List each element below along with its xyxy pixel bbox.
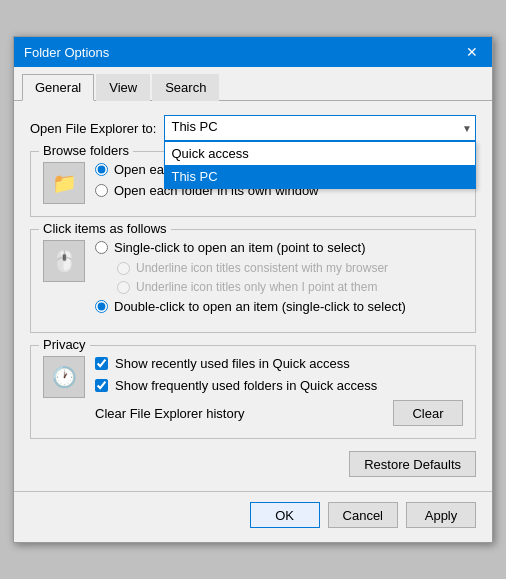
restore-defaults-row: Restore Defaults: [30, 451, 476, 477]
privacy-legend: Privacy: [39, 337, 90, 352]
same-window-radio[interactable]: [95, 163, 108, 176]
double-click-label: Double-click to open an item (single-cli…: [114, 299, 406, 314]
double-click-radio[interactable]: [95, 300, 108, 313]
recent-files-row: Show recently used files in Quick access: [95, 356, 463, 371]
dialog-content: Open File Explorer to: This PC ▼ Quick a…: [14, 101, 492, 491]
click-items-content: 🖱️ Single-click to open an item (point t…: [43, 240, 463, 320]
double-click-row: Double-click to open an item (single-cli…: [95, 299, 463, 314]
open-explorer-row: Open File Explorer to: This PC ▼ Quick a…: [30, 115, 476, 141]
dialog-footer: OK Cancel Apply: [14, 491, 492, 542]
frequent-folders-checkbox[interactable]: [95, 379, 108, 392]
folder-options-dialog: Folder Options ✕ General View Search Ope…: [13, 36, 493, 543]
browse-folders-legend: Browse folders: [39, 143, 133, 158]
frequent-folders-label: Show frequently used folders in Quick ac…: [115, 378, 377, 393]
click-items-radios: Single-click to open an item (point to s…: [95, 240, 463, 320]
dialog-title: Folder Options: [24, 45, 109, 60]
underline-browser-radio: [117, 262, 130, 275]
apply-button[interactable]: Apply: [406, 502, 476, 528]
privacy-content: 🕐 Show recently used files in Quick acce…: [43, 356, 463, 426]
clear-button[interactable]: Clear: [393, 400, 463, 426]
cancel-button[interactable]: Cancel: [328, 502, 398, 528]
recent-files-checkbox[interactable]: [95, 357, 108, 370]
underline-point-radio: [117, 281, 130, 294]
single-click-row: Single-click to open an item (point to s…: [95, 240, 463, 255]
restore-defaults-button[interactable]: Restore Defaults: [349, 451, 476, 477]
clear-history-label: Clear File Explorer history: [95, 406, 393, 421]
underline-browser-label: Underline icon titles consistent with my…: [136, 261, 388, 275]
underline-point-label: Underline icon titles only when I point …: [136, 280, 377, 294]
open-explorer-dropdown[interactable]: This PC: [164, 115, 476, 141]
tab-bar: General View Search: [14, 67, 492, 101]
privacy-group: Privacy 🕐 Show recently used files in Qu…: [30, 345, 476, 439]
tab-search[interactable]: Search: [152, 74, 219, 101]
click-items-group: Click items as follows 🖱️ Single-click t…: [30, 229, 476, 333]
option-this-pc[interactable]: This PC: [165, 165, 475, 188]
underline-point-row: Underline icon titles only when I point …: [117, 280, 463, 294]
own-window-radio[interactable]: [95, 184, 108, 197]
privacy-icon: 🕐: [43, 356, 85, 398]
tab-general[interactable]: General: [22, 74, 94, 101]
tab-view[interactable]: View: [96, 74, 150, 101]
click-items-icon: 🖱️: [43, 240, 85, 282]
open-explorer-dropdown-wrapper: This PC ▼ Quick access This PC: [164, 115, 476, 141]
clear-history-row: Clear File Explorer history Clear: [95, 400, 463, 426]
title-bar: Folder Options ✕: [14, 37, 492, 67]
close-button[interactable]: ✕: [462, 42, 482, 62]
privacy-options: Show recently used files in Quick access…: [95, 356, 463, 426]
open-explorer-popup: Quick access This PC: [164, 141, 476, 189]
open-explorer-label: Open File Explorer to:: [30, 121, 156, 136]
recent-files-label: Show recently used files in Quick access: [115, 356, 350, 371]
single-click-radio[interactable]: [95, 241, 108, 254]
frequent-folders-row: Show frequently used folders in Quick ac…: [95, 378, 463, 393]
ok-button[interactable]: OK: [250, 502, 320, 528]
browse-folders-icon: 📁: [43, 162, 85, 204]
underline-browser-row: Underline icon titles consistent with my…: [117, 261, 463, 275]
click-items-legend: Click items as follows: [39, 221, 171, 236]
option-quick-access[interactable]: Quick access: [165, 142, 475, 165]
single-click-label: Single-click to open an item (point to s…: [114, 240, 365, 255]
